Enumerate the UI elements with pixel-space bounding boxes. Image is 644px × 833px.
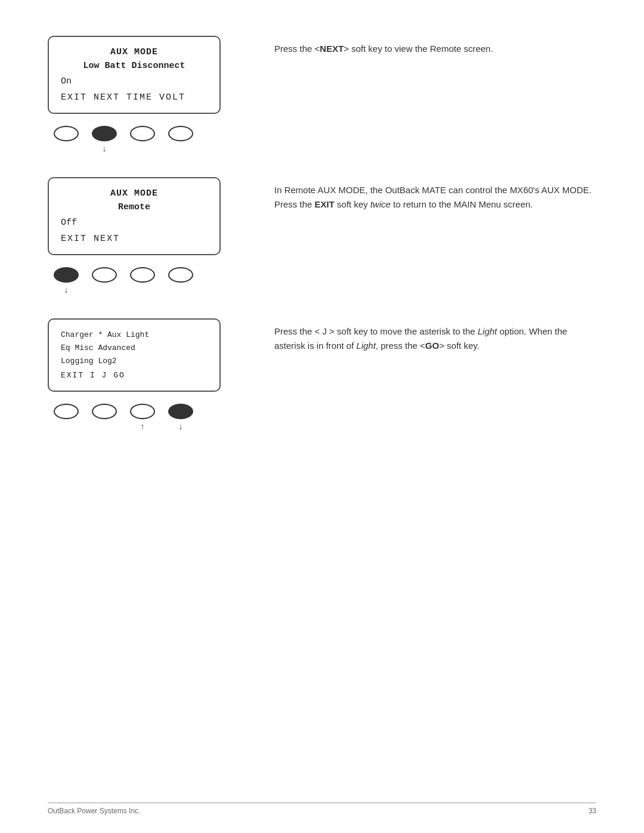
lcd-line3-3: Logging Log2 — [61, 355, 208, 367]
desc-twice-2: twice — [370, 199, 391, 209]
desc-light-1: Light — [478, 326, 497, 336]
arrow-2-4 — [168, 285, 193, 295]
arrow-2-3 — [130, 285, 155, 295]
lcd-subtitle-2: Remote — [61, 200, 208, 214]
softkey-btn-2-3[interactable] — [130, 267, 155, 283]
lcd-line3-1: On — [61, 75, 208, 88]
arrow-1-4 — [168, 144, 193, 153]
lcd-line3-2: Off — [61, 216, 208, 230]
lcd-subtitle-1: Low Batt Disconnect — [61, 59, 208, 73]
desc-area-2: In Remote AUX MODE, the OutBack MATE can… — [274, 177, 596, 295]
section-3: Charger * Aux Light Eq Misc Advanced Log… — [48, 318, 596, 431]
softkey-btn-3-3[interactable] — [130, 404, 155, 419]
lcd-title-2: AUX MODE — [61, 187, 208, 200]
arrow-1-3 — [130, 144, 155, 153]
desc-area-1: Press the <NEXT> soft key to view the Re… — [274, 36, 596, 153]
lcd-bottom-1: EXIT NEXT TIME VOLT — [61, 91, 208, 104]
arrow-3-2 — [92, 422, 117, 431]
arrow-1-2: ↓ — [92, 144, 117, 153]
arrow-2-2 — [92, 285, 117, 295]
softkey-btn-1-4[interactable] — [168, 126, 193, 141]
desc-go-key-3: GO — [425, 340, 439, 351]
softkey-btn-1-2[interactable] — [92, 126, 117, 141]
device-area-2: AUX MODE Remote Off EXIT NEXT ↓ — [48, 177, 250, 295]
desc-light-2: Light — [357, 340, 376, 351]
footer-right: 33 — [589, 807, 596, 815]
footer-left: OutBack Power Systems Inc. — [48, 807, 140, 815]
softkey-btn-3-4[interactable] — [168, 404, 193, 419]
softkey-btn-3-2[interactable] — [92, 404, 117, 419]
lcd-title-1: AUX MODE — [61, 45, 208, 59]
section-1: AUX MODE Low Batt Disconnect On EXIT NEX… — [48, 36, 596, 153]
softkey-btn-2-1[interactable] — [54, 267, 79, 283]
footer: OutBack Power Systems Inc. 33 — [48, 803, 596, 815]
lcd-line1-3: Charger * Aux Light — [61, 329, 208, 341]
page-content: AUX MODE Low Batt Disconnect On EXIT NEX… — [0, 0, 644, 503]
arrow-1-1 — [54, 144, 79, 153]
softkey-btn-1-1[interactable] — [54, 126, 79, 141]
softkey-row-1 — [54, 126, 193, 141]
arrow-3-1 — [54, 422, 79, 431]
softkey-btn-1-3[interactable] — [130, 126, 155, 141]
lcd-screen-3: Charger * Aux Light Eq Misc Advanced Log… — [48, 318, 221, 392]
arrow-row-2: ↓ — [54, 285, 193, 295]
lcd-bottom-3: EXIT I J GO — [61, 370, 208, 382]
softkey-btn-3-1[interactable] — [54, 404, 79, 419]
arrow-row-1: ↓ — [54, 144, 193, 153]
softkey-btn-2-2[interactable] — [92, 267, 117, 283]
desc-next-key-1: NEXT — [320, 44, 343, 54]
softkey-btn-2-4[interactable] — [168, 267, 193, 283]
lcd-screen-1: AUX MODE Low Batt Disconnect On EXIT NEX… — [48, 36, 221, 114]
arrow-3-4: ↓ — [168, 422, 193, 431]
softkey-row-3 — [54, 404, 193, 419]
lcd-line2-3: Eq Misc Advanced — [61, 342, 208, 354]
device-area-3: Charger * Aux Light Eq Misc Advanced Log… — [48, 318, 250, 431]
lcd-bottom-2: EXIT NEXT — [61, 232, 208, 246]
desc-area-3: Press the < J > soft key to move the ast… — [274, 318, 596, 431]
device-area-1: AUX MODE Low Batt Disconnect On EXIT NEX… — [48, 36, 250, 153]
section-2: AUX MODE Remote Off EXIT NEXT ↓ In Remot… — [48, 177, 596, 295]
lcd-screen-2: AUX MODE Remote Off EXIT NEXT — [48, 177, 221, 255]
softkey-row-2 — [54, 267, 193, 283]
arrow-row-3: ↑ ↓ — [54, 422, 193, 431]
desc-exit-key-2: EXIT — [315, 199, 335, 209]
arrow-2-1: ↓ — [54, 285, 79, 295]
arrow-3-3: ↑ — [130, 422, 155, 431]
